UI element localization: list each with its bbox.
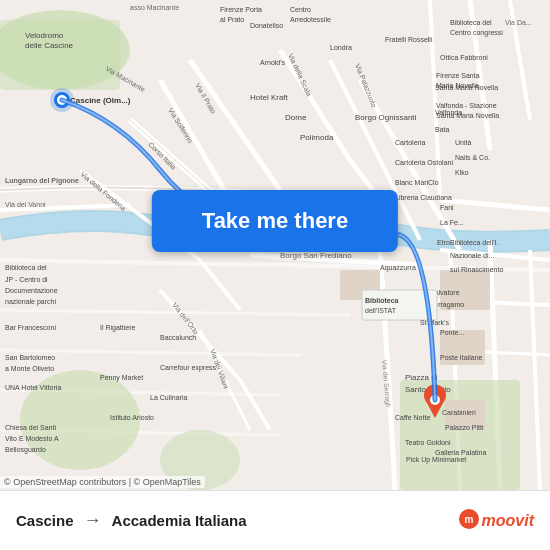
svg-text:Via Da...: Via Da... — [505, 19, 532, 26]
svg-text:Velodromo: Velodromo — [25, 31, 64, 40]
svg-text:Londra: Londra — [330, 44, 352, 51]
svg-text:asso Macinante: asso Macinante — [130, 4, 179, 11]
bottom-navigation-bar: Cascine → Accademia Italiana m moovit — [0, 490, 550, 550]
svg-text:a Monte Oliveto: a Monte Oliveto — [5, 365, 54, 372]
moovit-dot-icon: m — [458, 508, 480, 534]
moovit-brand-text: moovit — [482, 512, 534, 530]
svg-text:Donatellso: Donatellso — [250, 22, 283, 29]
svg-text:Bellosguardo: Bellosguardo — [5, 446, 46, 454]
svg-text:Unità: Unità — [455, 139, 471, 146]
from-station-label: Cascine — [16, 512, 74, 529]
svg-text:m: m — [464, 514, 473, 525]
svg-text:San Bartolomeo: San Bartolomeo — [5, 354, 55, 361]
to-destination-label: Accademia Italiana — [112, 512, 247, 529]
svg-text:sul Rinascimento: sul Rinascimento — [450, 266, 503, 273]
moovit-logo: m moovit — [458, 508, 534, 534]
svg-text:UNA Hotel Vittoria: UNA Hotel Vittoria — [5, 384, 61, 391]
svg-text:JP - Centro di: JP - Centro di — [5, 276, 48, 283]
direction-arrow-icon: → — [84, 510, 102, 531]
svg-text:Pick Up Minimarket: Pick Up Minimarket — [406, 456, 466, 464]
svg-text:Palazzo Pitti: Palazzo Pitti — [445, 424, 484, 431]
svg-text:Cartoleria: Cartoleria — [395, 139, 425, 146]
svg-text:Baccalunch: Baccalunch — [160, 334, 196, 341]
svg-text:Lungarno del Pignone: Lungarno del Pignone — [5, 177, 79, 185]
svg-text:St Mark's: St Mark's — [420, 319, 449, 326]
svg-text:La Culinaria: La Culinaria — [150, 394, 187, 401]
svg-text:Penny Market: Penny Market — [100, 374, 143, 382]
svg-text:Galleria Palatina: Galleria Palatina — [435, 449, 486, 456]
svg-text:Fani: Fani — [440, 204, 454, 211]
svg-text:Bar Francesconi: Bar Francesconi — [5, 324, 56, 331]
svg-text:Teatro Goldoni: Teatro Goldoni — [405, 439, 451, 446]
map-attribution: © OpenStreetMap contributors | © OpenMap… — [0, 476, 205, 488]
svg-text:Borgo San Frediano: Borgo San Frediano — [280, 251, 352, 260]
svg-text:Ponte...: Ponte... — [440, 329, 464, 336]
svg-text:Cartoleria Ostolani: Cartoleria Ostolani — [395, 159, 453, 166]
svg-text:Bata: Bata — [435, 126, 450, 133]
svg-text:Dome: Dome — [285, 113, 307, 122]
svg-text:nazionale parchi: nazionale parchi — [5, 298, 56, 306]
svg-text:Il Rigattiere: Il Rigattiere — [100, 324, 136, 332]
svg-text:Hotel Kraft: Hotel Kraft — [250, 93, 289, 102]
svg-text:Borgo Ognissanti: Borgo Ognissanti — [355, 113, 417, 122]
svg-text:Arnold's: Arnold's — [260, 59, 286, 66]
take-me-there-button[interactable]: Take me there — [152, 190, 398, 252]
svg-text:Carabinieri: Carabinieri — [442, 409, 476, 416]
svg-text:delle Cascine: delle Cascine — [25, 41, 74, 50]
svg-text:Aquazzurra: Aquazzurra — [380, 264, 416, 272]
svg-text:Biblioteca: Biblioteca — [365, 297, 399, 304]
svg-text:Caffe Notte: Caffe Notte — [395, 414, 430, 421]
svg-text:Cascine (Olm...): Cascine (Olm...) — [70, 96, 131, 105]
svg-text:Carrefour express: Carrefour express — [160, 364, 217, 372]
svg-text:Firenze Porta: Firenze Porta — [220, 6, 262, 13]
map-container: Fiume Arno Via dei Serragli Borgo — [0, 0, 550, 490]
svg-text:dell'ISTAT: dell'ISTAT — [365, 307, 397, 314]
svg-text:Poste Italiane: Poste Italiane — [440, 354, 483, 361]
svg-text:Firenze Santa: Firenze Santa — [436, 72, 480, 79]
svg-text:Documentazione: Documentazione — [5, 287, 58, 294]
svg-text:Santa Maria Novella: Santa Maria Novella — [436, 112, 499, 119]
svg-text:Nazionale di...: Nazionale di... — [450, 252, 494, 259]
svg-text:La Fe...: La Fe... — [440, 219, 464, 226]
svg-rect-8 — [400, 380, 520, 490]
svg-text:Arredotessile: Arredotessile — [290, 16, 331, 23]
svg-text:Libreria Claudiana: Libreria Claudiana — [395, 194, 452, 201]
svg-text:Istituto Ariosto: Istituto Ariosto — [110, 414, 154, 421]
svg-text:Biblioteca del: Biblioteca del — [450, 19, 492, 26]
svg-text:Biblioteca dell'I.: Biblioteca dell'I. — [450, 239, 498, 246]
svg-text:Nails & Co.: Nails & Co. — [455, 154, 490, 161]
svg-text:Fratelli Rosselli: Fratelli Rosselli — [385, 36, 433, 43]
svg-text:Maria Novella: Maria Novella — [436, 82, 479, 89]
svg-text:Polimoda: Polimoda — [300, 133, 334, 142]
svg-text:Valfonda - Stazione: Valfonda - Stazione — [436, 102, 497, 109]
svg-text:Klko: Klko — [455, 169, 469, 176]
svg-text:Centro congressi: Centro congressi — [450, 29, 503, 37]
svg-text:Blanc MariClo: Blanc MariClo — [395, 179, 439, 186]
svg-text:Vito E Modesto A: Vito E Modesto A — [5, 435, 59, 442]
svg-text:Ottica Fabbroni: Ottica Fabbroni — [440, 54, 488, 61]
svg-text:Etro: Etro — [437, 239, 450, 246]
svg-text:al Prato: al Prato — [220, 16, 244, 23]
svg-text:Centro: Centro — [290, 6, 311, 13]
svg-text:Via dei Vanni: Via dei Vanni — [5, 201, 46, 208]
svg-text:Chiesa dei Santi: Chiesa dei Santi — [5, 424, 56, 431]
svg-text:Biblioteca del: Biblioteca del — [5, 264, 47, 271]
